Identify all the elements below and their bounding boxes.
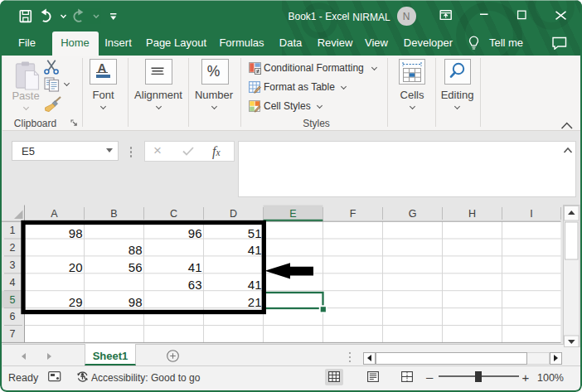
svg-text:56: 56 — [129, 260, 143, 274]
svg-text:20: 20 — [69, 260, 83, 274]
svg-text:96: 96 — [188, 226, 202, 240]
svg-text:E: E — [289, 208, 296, 220]
svg-text:F: F — [350, 208, 356, 220]
svg-text:98: 98 — [69, 226, 83, 240]
svg-text:88: 88 — [129, 243, 143, 257]
svg-text:4: 4 — [10, 277, 16, 288]
svg-text:98: 98 — [129, 295, 143, 309]
svg-text:51: 51 — [248, 226, 262, 240]
svg-text:5: 5 — [10, 294, 16, 306]
svg-text:D: D — [230, 208, 237, 220]
svg-text:41: 41 — [248, 278, 262, 292]
svg-text:2: 2 — [10, 242, 16, 254]
svg-text:41: 41 — [248, 243, 262, 257]
svg-text:G: G — [409, 208, 417, 220]
svg-text:63: 63 — [188, 278, 202, 292]
svg-text:6: 6 — [10, 311, 16, 322]
svg-text:41: 41 — [188, 260, 202, 274]
svg-text:C: C — [170, 208, 177, 220]
svg-text:I: I — [530, 208, 532, 220]
svg-text:7: 7 — [10, 328, 16, 340]
svg-text:B: B — [110, 208, 117, 220]
svg-text:21: 21 — [248, 295, 262, 309]
svg-text:3: 3 — [10, 259, 16, 271]
svg-text:1: 1 — [10, 225, 16, 236]
svg-text:29: 29 — [69, 295, 83, 309]
svg-text:H: H — [468, 208, 476, 220]
svg-text:A: A — [51, 208, 58, 220]
